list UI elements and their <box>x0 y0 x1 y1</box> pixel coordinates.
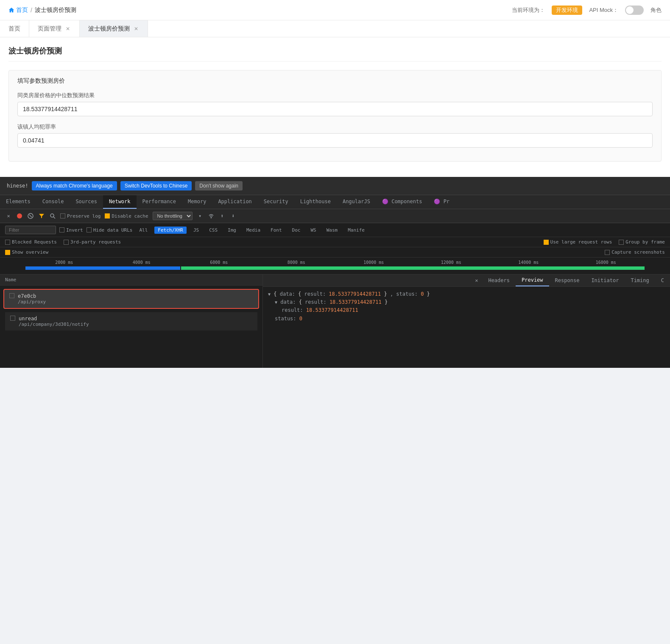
filter-fetch-xhr[interactable]: Fetch/XHR <box>154 227 187 234</box>
blocked-requests-label[interactable]: Blocked Requests <box>5 239 57 245</box>
tab-page-mgmt-close[interactable]: ✕ <box>65 25 71 33</box>
tab-page-mgmt[interactable]: 页面管理 ✕ <box>29 20 80 37</box>
preserve-log-text: Preserve log <box>67 213 100 219</box>
group-by-frame-checkbox[interactable] <box>619 240 624 245</box>
filter-wasm[interactable]: Wasm <box>323 227 341 234</box>
timeline-mark-8000: 8000 ms <box>258 260 335 265</box>
btn-switch-chinese[interactable]: Switch DevTools to Chinese <box>120 181 192 190</box>
preserve-log-label[interactable]: Preserve log <box>60 213 100 219</box>
upload-icon[interactable]: ⬆ <box>219 213 226 219</box>
tab-boston-close[interactable]: ✕ <box>133 25 139 33</box>
tab-boston[interactable]: 波士顿房价预测 ✕ <box>80 20 148 37</box>
top-nav: 首页 / 波士顿房价预测 当前环境为： 开发环境 API Mock： 角色 <box>0 0 670 20</box>
svg-marker-3 <box>39 214 44 218</box>
network-item-unread[interactable]: unread /api/company/3d301/notify <box>5 312 257 330</box>
third-party-checkbox[interactable] <box>64 240 69 245</box>
devtools-tab-lighthouse[interactable]: Lighthouse <box>294 195 337 209</box>
home-breadcrumb[interactable]: 首页 <box>8 6 28 14</box>
network-item-e7e0cb-checkbox[interactable] <box>9 293 14 298</box>
form-section: 填写参数预测房价 同类房屋价格的中位数预测结果 18.5337791442871… <box>8 70 662 162</box>
devtools-tab-console[interactable]: Console <box>36 195 70 209</box>
filter-js[interactable]: JS <box>190 227 202 234</box>
network-item-e7e0cb[interactable]: e7e0cb /api/proxy <box>3 289 259 309</box>
filter-icon[interactable] <box>38 213 45 219</box>
timeline-container: 2000 ms 4000 ms 6000 ms 8000 ms 10000 ms… <box>0 258 670 274</box>
panel-close-icon[interactable]: ✕ <box>471 275 482 286</box>
third-party-label[interactable]: 3rd-party requests <box>64 239 121 245</box>
devtools-tab-sources[interactable]: Sources <box>70 195 103 209</box>
devtools-tab-application[interactable]: Application <box>212 195 257 209</box>
filter-manife[interactable]: Manife <box>344 227 368 234</box>
invert-checkbox[interactable] <box>59 227 64 232</box>
throttle-arrow-icon[interactable]: ▾ <box>197 213 204 219</box>
filter-input[interactable] <box>5 226 56 234</box>
invert-label[interactable]: Invert <box>59 227 83 233</box>
close-devtools-icon[interactable]: ✕ <box>5 213 12 219</box>
tab-home-label: 首页 <box>8 25 20 33</box>
devtools-tab-components[interactable]: 🟣 Components <box>376 195 428 209</box>
field1-label: 同类房屋价格的中位数预测结果 <box>17 92 653 99</box>
preview-line2: ▼ data: { result: 18.53377914428711 } <box>268 298 665 306</box>
stop-icon[interactable] <box>27 213 34 219</box>
panel-tab-initiator[interactable]: Initiator <box>585 275 625 286</box>
filter-doc[interactable]: Doc <box>289 227 304 234</box>
api-mock-toggle[interactable] <box>625 6 644 15</box>
throttle-select[interactable]: No throttling <box>153 212 193 220</box>
large-rows-label[interactable]: Use large request rows <box>544 239 612 245</box>
panel-tab-timing[interactable]: Timing <box>625 275 655 286</box>
network-item-unread-checkbox[interactable] <box>10 316 15 321</box>
panel-tab-response[interactable]: Response <box>549 275 586 286</box>
panel-tab-preview[interactable]: Preview <box>516 274 549 286</box>
lang-banner-text: hinese! <box>7 183 28 189</box>
filter-media[interactable]: Media <box>243 227 264 234</box>
hide-data-urls-label[interactable]: Hide data URLs <box>87 227 133 233</box>
panel-tab-headers[interactable]: Headers <box>482 275 516 286</box>
devtools-tab-memory[interactable]: Memory <box>182 195 212 209</box>
devtools-tab-network[interactable]: Network <box>103 195 137 209</box>
group-by-frame-label[interactable]: Group by frame <box>619 239 665 245</box>
panel-tab-c[interactable]: C <box>655 275 670 286</box>
preview-line3: result: 18.53377914428711 <box>268 306 665 314</box>
preserve-log-checkbox[interactable] <box>60 213 65 218</box>
network-list-header: Name <box>0 274 262 286</box>
disable-cache-label[interactable]: Disable cache <box>105 213 148 219</box>
devtools-tab-angularjs[interactable]: AngularJS <box>337 195 376 209</box>
preview-line4: status: 0 <box>268 315 665 323</box>
hide-data-urls-checkbox[interactable] <box>87 227 92 232</box>
wifi-icon[interactable] <box>208 213 215 219</box>
filter-all[interactable]: All <box>136 227 151 234</box>
show-overview-text: Show overview <box>12 249 48 255</box>
network-right-panel: ✕ Headers Preview Response Initiator Tim… <box>263 274 670 368</box>
disable-cache-checkbox[interactable] <box>105 213 110 218</box>
devtools-tab-performance[interactable]: Performance <box>137 195 182 209</box>
filter-font[interactable]: Font <box>267 227 285 234</box>
show-overview-checkbox[interactable] <box>5 250 10 255</box>
capture-screenshots-checkbox[interactable] <box>605 250 610 255</box>
home-label: 首页 <box>16 6 28 14</box>
devtools-tab-pr[interactable]: 🟣 Pr <box>428 195 455 209</box>
timeline-mark-12000: 12000 ms <box>413 260 490 265</box>
page-content: 波士顿房价预测 填写参数预测房价 同类房屋价格的中位数预测结果 18.53377… <box>0 37 670 177</box>
large-rows-checkbox[interactable] <box>544 240 549 245</box>
filter-css[interactable]: CSS <box>206 227 221 234</box>
timeline-mark-14000: 14000 ms <box>490 260 567 265</box>
timeline-mark-16000: 16000 ms <box>567 260 645 265</box>
record-icon[interactable] <box>16 213 23 219</box>
tab-home[interactable]: 首页 <box>0 20 29 37</box>
filter-ws[interactable]: WS <box>307 227 319 234</box>
network-list: Name e7e0cb /api/proxy unread /api/compa… <box>0 274 670 368</box>
svg-line-2 <box>29 215 32 217</box>
filter-img[interactable]: Img <box>224 227 240 234</box>
download-icon[interactable]: ⬇ <box>230 213 237 219</box>
blocked-requests-checkbox[interactable] <box>5 240 10 245</box>
show-overview-label[interactable]: Show overview <box>5 249 48 255</box>
btn-match-lang[interactable]: Always match Chrome's language <box>32 181 117 190</box>
filter-bar: Invert Hide data URLs All Fetch/XHR JS C… <box>0 223 670 237</box>
btn-dont-show[interactable]: Don't show again <box>195 181 243 190</box>
devtools-tab-elements[interactable]: Elements <box>0 195 36 209</box>
search-icon[interactable] <box>49 213 56 219</box>
capture-screenshots-label[interactable]: Capture screenshots <box>605 249 665 255</box>
options-bar: Blocked Requests 3rd-party requests Imag… <box>0 237 670 247</box>
field2: 该镇人均犯罪率 0.04741 <box>17 123 653 148</box>
devtools-tab-security[interactable]: Security <box>258 195 294 209</box>
